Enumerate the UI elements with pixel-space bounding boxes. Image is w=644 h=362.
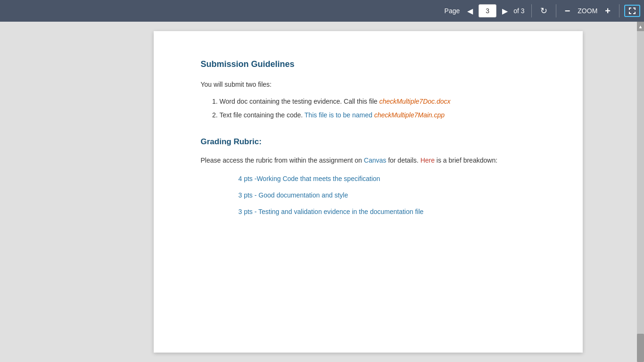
zoom-in-button[interactable]: + [601, 4, 614, 18]
page-number-input[interactable] [479, 4, 496, 17]
rubric-item-1: 4 pts -Working Code that meets the speci… [239, 174, 550, 184]
document-page: Submission Guidelines You will submit tw… [154, 31, 583, 353]
toolbar: Page ◀ ▶ of 3 ↻ − ZOOM + [0, 0, 644, 22]
rubric-after: is a brief breakdown: [435, 156, 497, 164]
reset-zoom-button[interactable]: ↻ [537, 4, 551, 18]
separator-3 [619, 4, 619, 17]
canvas-link: Canvas [364, 156, 386, 164]
here-link: Here [421, 156, 435, 164]
list-item: Text file containing the code. This file… [220, 110, 550, 120]
zoom-out-button[interactable]: − [561, 4, 574, 18]
page-label: Page [445, 7, 460, 15]
rubric-items: 4 pts -Working Code that meets the speci… [201, 174, 550, 217]
zoom-label: ZOOM [578, 7, 597, 15]
separator-2 [556, 4, 556, 17]
rubric-intro-before: Please access the rubric from within the… [201, 156, 364, 164]
rubric-intro: Please access the rubric from within the… [201, 155, 550, 165]
content-area: Submission Guidelines You will submit tw… [99, 22, 637, 362]
separator-1 [531, 4, 532, 17]
grading-title: Grading Rubric: [201, 137, 550, 147]
left-panel [0, 22, 99, 362]
page-navigation: Page ◀ ▶ of 3 [445, 4, 527, 17]
total-pages: of 3 [513, 7, 524, 15]
file2-text-before: Text file containing the code. [220, 111, 305, 119]
next-page-button[interactable]: ▶ [498, 5, 512, 17]
list-item: Word doc containing the testing evidence… [220, 97, 550, 107]
file2-colored: This file is to be named [305, 111, 374, 119]
fullscreen-button[interactable] [624, 5, 640, 17]
prev-page-button[interactable]: ◀ [463, 5, 477, 17]
files-list: Word doc containing the testing evidence… [201, 97, 550, 120]
file1-name: checkMultiple7Doc.docx [380, 98, 451, 105]
file2-name: checkMultiple7Main.cpp [374, 111, 445, 119]
file1-text: Word doc containing the testing evidence… [220, 98, 380, 105]
main-area: Submission Guidelines You will submit tw… [0, 22, 644, 362]
rubric-item-3: 3 pts - Testing and validation evidence … [239, 207, 550, 217]
scrollbar-thumb[interactable] [637, 334, 644, 362]
intro-text: You will submit two files: [201, 81, 550, 88]
rubric-mid: for details. [386, 156, 420, 164]
fullscreen-icon [628, 7, 636, 15]
scrollbar[interactable]: ▲ [637, 22, 644, 362]
rubric-item-2: 3 pts - Good documentation and style [239, 190, 550, 200]
scroll-up[interactable]: ▲ [637, 22, 644, 31]
submission-title: Submission Guidelines [201, 59, 550, 69]
